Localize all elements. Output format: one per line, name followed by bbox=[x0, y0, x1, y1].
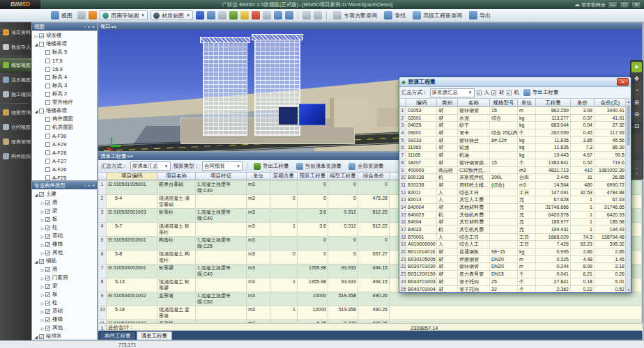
rail-item-4[interactable]: 流水视图 bbox=[0, 72, 31, 87]
material-checkbox[interactable]: ✓材 bbox=[491, 89, 505, 96]
float-icon[interactable]: ▪ bbox=[88, 183, 89, 188]
tree-item[interactable]: ▷✓楼梯 bbox=[32, 315, 97, 324]
table-row[interactable]: 105-18现浇混凝土 直形墙m3110000519.358490.26 bbox=[98, 306, 642, 320]
hoist-icon[interactable] bbox=[89, 11, 97, 19]
column-header[interactable]: 预算工程量 bbox=[298, 173, 328, 180]
tree-item[interactable]: ▷✓其他 bbox=[32, 248, 97, 257]
tree-expand-icon[interactable]: ▷ bbox=[40, 251, 45, 255]
tree-checkbox[interactable]: ✓ bbox=[45, 209, 50, 214]
column-header[interactable]: 编码 bbox=[406, 99, 437, 106]
tree-collapse-icon[interactable]: ◢ bbox=[33, 109, 39, 113]
orbit-icon[interactable]: ◔ bbox=[631, 86, 642, 96]
machine-checkbox[interactable]: ✓机 bbox=[507, 89, 520, 96]
tree-expand-icon[interactable]: ▷ bbox=[40, 292, 45, 297]
tree-item[interactable]: ▷✓墙 bbox=[32, 265, 97, 274]
tree-checkbox[interactable]: ✓ bbox=[39, 33, 44, 38]
tree-item[interactable]: 16.9 bbox=[32, 65, 97, 73]
resource-row[interactable]: 409001材管卡综合 25以内个262.0590.45117.93 bbox=[399, 129, 627, 137]
resource-row[interactable]: 1784023机其它机具费元194.4311194.43 bbox=[399, 226, 627, 234]
resource-row[interactable]: 818207材镀锌钢管接...15个1383.8410.52719.6 bbox=[399, 159, 627, 167]
tree-checkbox[interactable] bbox=[45, 134, 50, 139]
tree-item[interactable]: ◢✓给排水 bbox=[32, 332, 97, 340]
section-box-icon[interactable] bbox=[302, 11, 311, 19]
tree-item[interactable]: ▷✓研发楼 bbox=[32, 31, 97, 40]
column-header[interactable]: 单价 bbox=[571, 99, 595, 106]
tree-item[interactable]: A-F30 bbox=[32, 132, 97, 140]
tree-collapse-icon[interactable]: ◢ bbox=[33, 192, 39, 197]
tree-checkbox[interactable]: ✓ bbox=[45, 251, 50, 255]
tree-expand-icon[interactable]: ▷ bbox=[40, 226, 45, 230]
tree-item[interactable]: 标高 4 bbox=[32, 73, 97, 81]
tree-checkbox[interactable] bbox=[45, 84, 50, 88]
tree-item[interactable]: ▷✓梁 bbox=[32, 282, 97, 290]
grid-icon[interactable] bbox=[77, 11, 86, 19]
column-header[interactable]: 项目特征 bbox=[196, 173, 247, 180]
close-icon[interactable]: × bbox=[92, 183, 95, 188]
pin-icon[interactable]: ▫ bbox=[84, 24, 86, 29]
column-header[interactable]: 名称 bbox=[458, 99, 490, 106]
maximize-button[interactable]: □ bbox=[620, 1, 629, 8]
close-icon[interactable]: × bbox=[114, 24, 116, 29]
row-number-header[interactable] bbox=[98, 173, 107, 180]
close-icon[interactable]: × bbox=[92, 24, 95, 29]
scroll-up-icon[interactable]: ▲ bbox=[626, 100, 631, 104]
axis-grid-icon[interactable] bbox=[314, 11, 322, 19]
tree-expand-icon[interactable]: ▷ bbox=[40, 301, 45, 306]
tree-expand-icon[interactable]: ▷ bbox=[40, 217, 45, 222]
tree-checkbox[interactable]: ✓ bbox=[39, 192, 44, 197]
tree-item[interactable]: 标高 3 bbox=[32, 81, 97, 90]
resource-row[interactable]: 1684004材其它材料费元185.9771185.98 bbox=[399, 219, 627, 226]
close-icon[interactable]: × bbox=[130, 153, 133, 159]
view-menu-button[interactable]: 视图 bbox=[49, 10, 75, 21]
column-header[interactable]: 模型工程量 bbox=[328, 173, 358, 180]
tree-checkbox[interactable]: ✓ bbox=[45, 284, 50, 289]
tree-expand-icon[interactable]: ▷ bbox=[40, 276, 45, 280]
tree-checkbox[interactable]: ✓ bbox=[45, 226, 50, 230]
tree-item[interactable]: ▷✓楼梯 bbox=[32, 240, 97, 248]
tree-checkbox[interactable]: ✓ bbox=[45, 326, 50, 331]
tree-item[interactable]: A-F26 bbox=[32, 165, 97, 173]
column-header[interactable]: 合价(元) bbox=[595, 99, 627, 106]
tree-checkbox[interactable] bbox=[39, 42, 44, 47]
table-row[interactable]: 9⊟ 010504001002直形墙1.混凝土强度等级:C50m31000051… bbox=[98, 292, 642, 306]
tree-checkbox[interactable] bbox=[45, 125, 50, 130]
resource-row[interactable]: 25B040701004材管子托钩32个2.3620.220.52 bbox=[399, 286, 627, 293]
tree-checkbox[interactable]: ✓ bbox=[45, 200, 50, 205]
resource-row[interactable]: 22B030701030材镀锌钢管DN20m0.2448.992.18 bbox=[399, 263, 627, 271]
tree-item[interactable]: ▷✓柱 bbox=[32, 223, 97, 232]
walkthrough-icon[interactable] bbox=[196, 11, 204, 19]
tree-checkbox[interactable] bbox=[45, 67, 50, 72]
tree-checkbox[interactable]: ✓ bbox=[45, 267, 50, 272]
tree-item[interactable]: ◢✓土建 bbox=[32, 190, 97, 198]
tree-item[interactable]: A-F28 bbox=[32, 148, 97, 157]
resource-row[interactable]: 24B040701003材管子托钩25个27.8410.185.01 bbox=[399, 278, 627, 286]
tree-checkbox[interactable]: ✓ bbox=[45, 234, 50, 239]
scroll-down-icon[interactable]: ▼ bbox=[626, 287, 631, 292]
measure-icon[interactable] bbox=[240, 11, 249, 19]
resource-window-close-button[interactable]: × bbox=[617, 78, 629, 86]
toolbar-collapse-icon[interactable]: ⌃⌃ bbox=[635, 168, 638, 179]
tree-expand-icon[interactable]: ▷ bbox=[40, 326, 45, 331]
tree-item[interactable]: ▷✓梁 bbox=[32, 207, 97, 215]
rail-item-7[interactable]: 合约视图 bbox=[0, 120, 31, 134]
tree-item[interactable]: A-F27 bbox=[32, 157, 97, 165]
summary-mode-select[interactable]: 按清单汇总 ▼ bbox=[130, 161, 171, 171]
material-dropdown[interactable]: 材质贴图 ▼ bbox=[151, 10, 193, 20]
resource-row[interactable]: 14840004材其他材料费元31746.666131746.65 bbox=[399, 204, 627, 212]
tree-checkbox[interactable]: ✓ bbox=[45, 292, 50, 297]
resource-row[interactable]: 18870001人综合工日工日1868.02974.3138794.48 bbox=[399, 234, 627, 242]
resource-row[interactable]: 10800138机灰浆搅拌机200L台班2.4451126.85 bbox=[399, 174, 627, 182]
tree-item[interactable]: 标高 2 bbox=[32, 90, 97, 98]
measure-delete-icon[interactable] bbox=[252, 11, 260, 19]
tree-item[interactable]: 标高 5 bbox=[32, 48, 97, 56]
export-resource-quantity-button[interactable]: 导出工程量 bbox=[521, 88, 561, 98]
eraser-icon[interactable] bbox=[274, 11, 282, 19]
select-cursor-icon[interactable]: ➤ bbox=[631, 62, 642, 72]
rail-item-1[interactable]: 项目资料 bbox=[0, 25, 31, 40]
export-button[interactable]: 导出 bbox=[467, 10, 493, 21]
find-button[interactable]: 查找 bbox=[382, 10, 408, 21]
resource-row[interactable]: 11810238材周转砼土模...(综合)m314.5644806990.72 bbox=[399, 182, 627, 189]
labor-checkbox[interactable]: ✓人 bbox=[477, 89, 490, 96]
resource-row[interactable]: 19A010000000人综合人工工日7.42653.23395.32 bbox=[399, 241, 627, 248]
column-header[interactable]: 综合单价 bbox=[358, 173, 390, 180]
